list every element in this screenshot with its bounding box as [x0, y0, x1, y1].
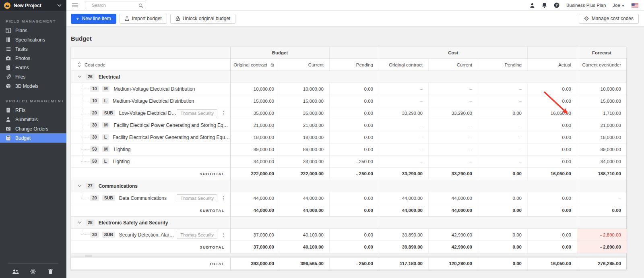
sidebar-item-submittals[interactable]: Submittals	[0, 115, 66, 124]
import-budget-button[interactable]: Import budget	[120, 14, 167, 24]
subtotal-row: SUBTOTAL37,000.0040,100.000.0039,890.004…	[71, 241, 626, 253]
menu-icon[interactable]	[72, 2, 78, 8]
sidebar-item-specifications[interactable]: Specifications	[0, 35, 66, 44]
sidebar-item-label: Budget	[15, 135, 31, 141]
cell-budget-original-contract: 10,000.00	[231, 83, 280, 95]
sidebar-item-budget[interactable]: Budget	[0, 133, 66, 143]
manage-cost-codes-button[interactable]: Manage cost codes	[579, 14, 639, 24]
cell-cost-actual: 0.00	[528, 143, 577, 155]
cell-forecast-current-over-under: 188,710.00	[577, 168, 627, 180]
sidebar-item-change-orders[interactable]: Change Orders	[0, 124, 66, 133]
cell-budget-original-contract: 393,000.00	[231, 257, 280, 270]
line-item-description: Medium-Voltage Electrical Distribution	[114, 86, 195, 92]
cell-cost-current: 44,000.00	[429, 204, 478, 216]
section-empty-cell	[478, 217, 528, 228]
cell-cost-pending: 0.00	[478, 241, 528, 253]
section-row-26: 26Electrical	[71, 71, 626, 83]
cell-cost-original-contract: –	[379, 156, 429, 167]
assignee-tag[interactable]: Thomas Security	[177, 231, 217, 239]
cell-cost-current: –	[429, 143, 478, 155]
budget-line-item: 30LFacility Electrical Power Generating …	[71, 131, 626, 143]
chevron-down-icon[interactable]	[78, 185, 82, 187]
group-forecast: Forecast	[577, 47, 627, 58]
sidebar-item-tasks[interactable]: Tasks	[0, 44, 66, 54]
kebab-menu-icon[interactable]: ⋮	[217, 110, 230, 116]
assignee-tag[interactable]: Thomas Security	[177, 194, 217, 202]
line-item-description: Lighting	[114, 147, 130, 152]
budget-toolbar: + New line item Import budget Unlock ori…	[66, 11, 644, 27]
line-item-code-badge: 10	[90, 86, 99, 92]
cell-budget-pending: 0.00	[330, 204, 379, 216]
cell-cost-actual: 16,050.00	[528, 168, 577, 180]
cell-budget-current: 10,000.00	[280, 83, 330, 95]
section-header-cell: 26Electrical	[71, 71, 231, 83]
cell-budget-original-contract: 15,000.00	[231, 95, 280, 107]
account-icon[interactable]	[530, 3, 535, 8]
section-empty-cell	[330, 180, 379, 192]
col-cost-actual: Actual	[528, 59, 577, 71]
section-code-badge: 27	[86, 183, 95, 189]
budget-table: Budget Cost Forecast Cost code Original …	[71, 47, 627, 270]
cell-cost-original-contract: 33,290.00	[379, 168, 429, 180]
unlock-original-budget-button[interactable]: Unlock original budget	[170, 14, 236, 24]
section-empty-cell	[379, 180, 429, 192]
project-switcher[interactable]: New Project	[0, 0, 66, 11]
subtotal-label: SUBTOTAL	[71, 204, 231, 216]
cell-forecast-current-over-under: 89,000.00	[577, 143, 627, 155]
section-empty-cell	[429, 71, 478, 83]
section-empty-cell	[528, 217, 577, 228]
group-budget-end	[330, 47, 379, 58]
line-item-cell: 20SUBLow-Voltage Electrical Distribution…	[71, 107, 231, 119]
cell-cost-current: 42,990.00	[429, 229, 478, 241]
cell-budget-pending: 0.00	[330, 131, 379, 143]
sidebar-item-files[interactable]: Files	[0, 72, 66, 81]
sidebar: New Project FIELD MANAGEMENTPlansSpecifi…	[0, 0, 66, 278]
sort-icon[interactable]	[78, 62, 81, 67]
section-empty-cell	[231, 71, 280, 83]
new-line-item-button[interactable]: + New line item	[71, 14, 116, 24]
cell-cost-current: 33,290.00	[429, 168, 478, 180]
chevron-down-icon[interactable]	[78, 75, 82, 78]
total-row: TOTAL393,000.00396,565.00- 250.00117,180…	[71, 257, 626, 270]
user-menu[interactable]: Joe ▼	[613, 3, 625, 8]
help-icon[interactable]: ?	[554, 2, 559, 8]
gear-icon[interactable]	[30, 269, 37, 274]
search-input[interactable]	[85, 2, 146, 9]
cell-cost-pending: –	[478, 143, 528, 155]
cell-budget-original-contract: 35,000.00	[231, 107, 280, 119]
sidebar-item-label: Change Orders	[15, 126, 48, 132]
group-budget: Budget	[231, 47, 330, 58]
cell-forecast-current-over-under: - 2,890.00	[577, 229, 627, 241]
cell-budget-current: 35,000.00	[280, 107, 330, 119]
budget-line-item: 10LMedium-Voltage Electrical Distributio…	[71, 95, 626, 107]
line-item-type-badge: M	[102, 146, 110, 153]
subtotal-row: SUBTOTAL222,000.00222,000.00- 250.0033,2…	[71, 168, 626, 180]
chevron-down-icon[interactable]	[78, 221, 82, 224]
sidebar-item-rfis[interactable]: RFIs	[0, 106, 66, 115]
people-icon[interactable]	[12, 269, 19, 274]
sidebar-item-forms[interactable]: Forms	[0, 63, 66, 72]
notifications-bell-icon[interactable]	[542, 2, 547, 8]
kebab-menu-icon[interactable]: ⋮	[217, 232, 230, 238]
col-budget-current: Current	[280, 59, 330, 71]
line-item-type-badge: L	[102, 134, 109, 141]
line-item-code-badge: 10	[90, 98, 99, 104]
cell-cost-original-contract: 39,890.00	[379, 229, 429, 241]
trash-icon[interactable]	[48, 269, 54, 274]
cell-cost-pending: –	[478, 83, 528, 95]
fieldwire-logo-icon	[4, 2, 10, 9]
section-header-cell: 28Electronic Safety and Security	[71, 217, 231, 228]
search-icon[interactable]	[138, 2, 143, 10]
language-flag-icon[interactable]	[632, 3, 638, 8]
sidebar-item-3d-models[interactable]: 3D Models	[0, 81, 66, 91]
tree-connector	[81, 156, 89, 162]
sidebar-item-plans[interactable]: Plans	[0, 26, 66, 35]
cell-budget-pending: 0.00	[330, 229, 379, 241]
kebab-menu-icon[interactable]: ⋮	[217, 195, 230, 201]
files-icon	[6, 74, 11, 80]
plan-badge[interactable]: Business Plus Plan	[566, 3, 606, 8]
assignee-tag[interactable]: Thomas Security	[177, 109, 217, 117]
line-item-code-badge: 30	[90, 122, 99, 129]
sidebar-item-photos[interactable]: Photos	[0, 54, 66, 63]
section-empty-cell	[330, 217, 379, 228]
